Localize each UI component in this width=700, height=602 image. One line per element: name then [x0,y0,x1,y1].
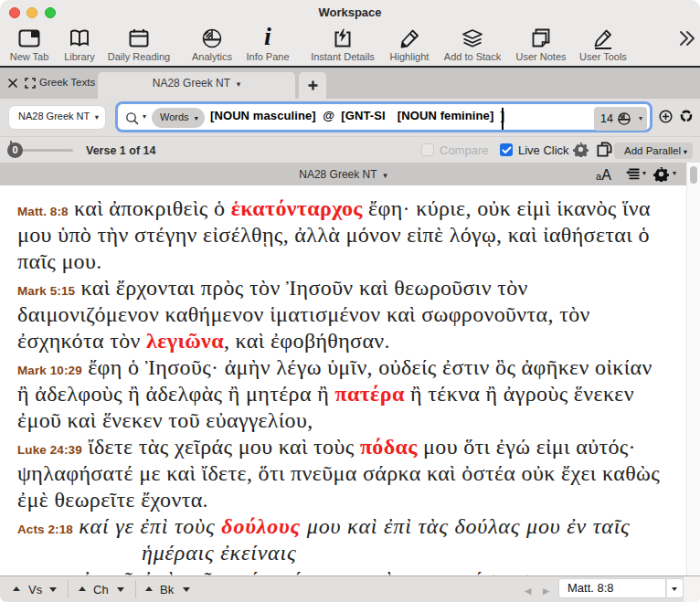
svg-text:i: i [264,27,271,49]
